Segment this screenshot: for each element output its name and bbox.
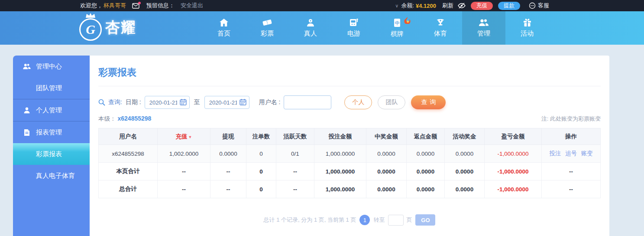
balance-value: ¥4.1200 [416,3,436,9]
pagination: 总计 1 个记录, 分为 1 页, 当前第 1 页 1 转至 页 GO [98,214,601,226]
main-nav: G 杏耀 首页 彩票 真人 电游 中 棋牌 体育 [0,11,644,45]
recharge-button[interactable]: 充值 [471,2,493,10]
ticket-icon [262,18,272,27]
table-row: x624855298 1,002.0000 0.0000 0 0/1 1,000… [99,145,601,163]
reserved-message-label: 预留信息： [146,2,175,10]
level-value[interactable]: x624855298 [118,115,152,122]
home-icon [219,18,229,27]
hot-flame-icon [404,17,411,25]
withdraw-button[interactable]: 提款 [498,2,520,10]
col-activity-bonus: 活动奖金 [445,128,485,145]
col-operations: 操作 [542,128,601,145]
users-icon [479,19,489,27]
account-change-link[interactable]: 账变 [581,150,593,157]
col-profit-loss: 盈亏金额 [485,128,542,145]
balance-label: 余额: [401,2,414,10]
goto-label: 转至 [373,216,385,224]
search-form: 查询: 日期 : 至 用户名 : 个人 团队 查询 [98,95,601,109]
gift-icon [523,18,532,27]
chat-icon [529,2,536,9]
nav-item-management[interactable]: 管理 [462,11,505,45]
sidebar-item-lottery-report[interactable]: 彩票报表 [13,143,90,165]
go-button[interactable]: GO [415,214,435,226]
content-card: 彩票报表 查询: 日期 : 至 用户名 : 个人 团队 查询 本级：x62485… [90,56,609,236]
notification-dot [138,2,141,4]
logout-link[interactable]: 安全退出 [181,2,203,10]
search-icon [98,99,105,106]
chase-link[interactable]: 追号 [565,150,577,157]
page-body: 管理中心 团队管理 个人管理 报表管理 彩票报表 真人电子体育 彩票报表 [0,45,644,236]
col-recharge-sortable[interactable]: 充值▼ [158,128,210,145]
sidebar-item-live-electronic-sports[interactable]: 真人电子体育 [13,165,90,187]
operations-cell: 投注 追号 账变 [542,145,601,163]
col-withdraw: 提现 [210,128,246,145]
team-filter-button[interactable]: 团队 [378,95,405,109]
sidebar-item-management-center[interactable]: 管理中心 [13,56,90,77]
search-button[interactable]: 查询 [411,95,446,109]
sort-desc-icon[interactable]: ▼ [188,135,192,139]
brand-emblem-icon: G [79,18,102,41]
svg-text:中: 中 [395,20,400,26]
sidebar-item-team-management[interactable]: 团队管理 [13,77,90,99]
nav-item-live[interactable]: 真人 [289,11,332,45]
sidebar: 管理中心 团队管理 个人管理 报表管理 彩票报表 真人电子体育 [13,56,90,236]
nav-item-lottery[interactable]: 彩票 [246,11,289,45]
date-from-input[interactable] [145,96,190,109]
nav-item-sports[interactable]: 体育 [419,11,462,45]
col-rebate-amount: 返点金额 [407,128,445,145]
query-label: 查询: [108,98,122,106]
username-text: 杯具哥哥 [104,2,126,9]
goto-page-input[interactable] [388,215,404,226]
col-win-amount: 中奖金额 [366,128,407,145]
account-change-note: 注: 此处账变为彩票账变 [541,115,601,123]
crown-icon [85,13,96,20]
level-row: 本级：x624855298 注: 此处账变为彩票账变 [98,115,601,123]
trophy-icon [436,18,445,27]
slot-machine-icon [349,18,359,27]
sidebar-item-report-management[interactable]: 报表管理 [13,121,90,143]
date-to-input[interactable] [204,96,249,109]
personal-filter-button[interactable]: 个人 [344,95,372,109]
chevron-down-icon[interactable]: ∨ [395,3,398,9]
document-icon [23,129,31,136]
grand-total-row: 总合计 -- -- 0 -- 1,000.0000 0.0000 0.0000 … [99,180,601,198]
col-bet-amount: 投注金额 [314,128,366,145]
table-header-row: 用户名 充值▼ 提现 注单数 活跃天数 投注金额 中奖金额 返点金额 活动奖金 … [99,128,601,145]
sidebar-item-personal-management[interactable]: 个人管理 [13,99,90,121]
title-divider [98,86,601,86]
topbar: 欢迎您，杯具哥哥 预留信息： 安全退出 ∨ 余额: ¥4.1200 刷新 充值 … [0,0,644,11]
customer-service-button[interactable]: 客服 [529,2,549,10]
nav-item-activities[interactable]: 活动 [505,11,549,45]
col-bet-count: 注单数 [246,128,276,145]
page-unit-label: 页 [406,216,412,224]
col-username: 用户名 [99,128,158,145]
username-label: 用户名 : [259,98,281,106]
page-1-button[interactable]: 1 [359,215,370,225]
refresh-link[interactable]: 刷新 [442,2,453,10]
nav-item-egames[interactable]: 电游 [332,11,375,45]
welcome-text: 欢迎您，杯具哥哥 [80,2,126,10]
mahjong-tile-icon: 中 [394,18,401,27]
pagination-summary: 总计 1 个记录, 分为 1 页, 当前第 1 页 [264,216,356,224]
brand-logo[interactable]: G 杏耀 [79,15,136,41]
page-title: 彩票报表 [98,66,601,79]
col-active-days: 活跃天数 [276,128,314,145]
cell-username: x624855298 [99,145,158,163]
report-table: 用户名 充值▼ 提现 注单数 活跃天数 投注金额 中奖金额 返点金额 活动奖金 … [98,128,601,198]
level-label: 本级： [98,115,116,122]
bet-link[interactable]: 投注 [549,150,561,157]
eye-slash-icon[interactable] [458,3,466,9]
username-input[interactable] [284,95,331,109]
service-label: 客服 [538,2,549,10]
brand-name: 杏耀 [105,18,136,38]
page-total-row: 本页合计 -- -- 0 -- 1,000.0000 0.0000 0.0000… [99,163,601,180]
nav-item-boardgames[interactable]: 中 棋牌 [375,11,419,45]
live-person-icon [306,18,315,27]
nav-item-home[interactable]: 首页 [202,11,246,45]
nav-menu: 首页 彩票 真人 电游 中 棋牌 体育 管理 [202,11,549,45]
date-to-label: 至 [194,98,200,106]
mail-icon[interactable] [132,3,139,9]
users-icon [23,63,31,70]
person-icon [23,107,31,114]
date-label: 日期 : [126,98,141,106]
